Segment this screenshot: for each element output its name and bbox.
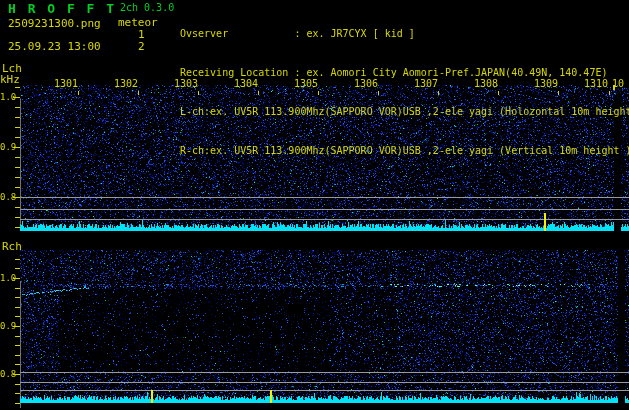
rch-ytick-label: 0.9 [0,321,16,331]
time-label: 1305 [294,78,318,89]
time-label-partial: 10 [612,78,624,89]
lch-receiver-line: L-ch:ex. UV5R 113.900Mhz(SAPPORO VOR)USB… [180,105,629,118]
lch-ytick-label: 0.9 [0,142,16,152]
rch-ytick-label: 1.0 [0,273,16,283]
lch-axis-unit: kHz [0,73,20,86]
time-label: 1307 [414,78,438,89]
time-label: 1310 [584,78,608,89]
rch-receiver-line: R-ch:ex. UV5R 113.900Mhz(SAPPORO VOR)USB… [180,144,629,157]
hrofft-screen: H R O F F T 2ch 0.3.0 2509231300.png met… [0,0,629,410]
observer-info-block: Ovserver : ex. JR7CYX [ kid ] Receiving … [180,1,629,183]
rch-panel-label: Rch [2,240,22,253]
capture-datetime: 25.09.23 13:00 [8,40,101,53]
time-label: 1304 [234,78,258,89]
time-label: 1301 [54,78,78,89]
time-label: 1306 [354,78,378,89]
app-version: 2ch 0.3.0 [120,2,174,13]
rch-ytick-label: 0.8 [0,369,16,379]
time-label: 1303 [174,78,198,89]
time-label: 1308 [474,78,498,89]
capture-filename: 2509231300.png [8,17,101,30]
observer-line: Ovserver : ex. JR7CYX [ kid ] [180,27,629,40]
lch-ytick-label: 1.0 [0,92,16,102]
channel-2-number: 2 [138,40,145,53]
time-label: 1302 [114,78,138,89]
lch-ytick-label: 0.8 [0,192,16,202]
time-label: 1309 [534,78,558,89]
app-title: H R O F F T [8,1,116,16]
